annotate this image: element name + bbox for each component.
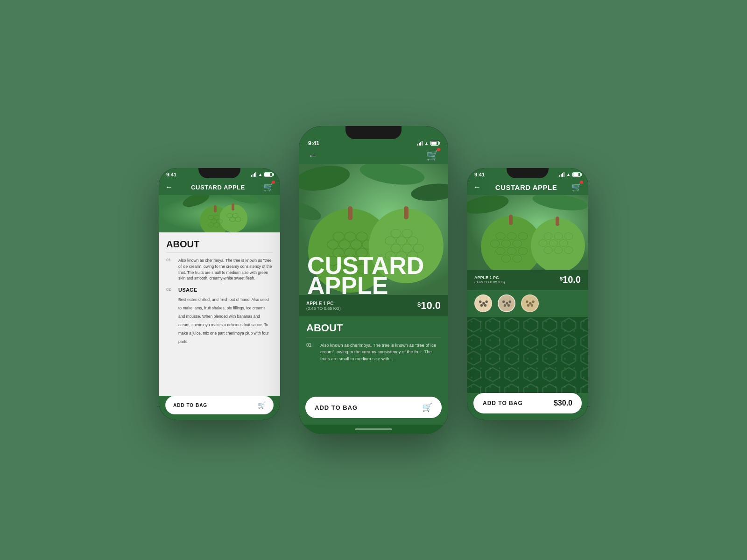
bag-icon-left: 🛒 [258, 401, 266, 409]
svg-point-86 [482, 302, 485, 304]
divider-left [166, 252, 273, 253]
svg-point-91 [502, 301, 505, 303]
svg-rect-72 [509, 215, 513, 225]
price-sublabel-right: (0.45 TO 0.65 KG) [474, 280, 505, 284]
item-text-2-left: Best eaten chilled, and fresh out of han… [178, 297, 269, 344]
svg-point-93 [508, 301, 511, 303]
price-label-center: APPLE 1 PC [306, 301, 341, 306]
svg-rect-54 [404, 206, 409, 219]
about-section-center: ABOUT 01 Also known as cherimoya. The tr… [299, 316, 448, 372]
fruit-image-center: CUSTARD APPLE [299, 164, 448, 295]
nav-bar-left: ← CUSTARD APPLE 🛒 [159, 179, 280, 195]
svg-point-89 [484, 304, 486, 307]
nav-title-left: CUSTARD APPLE [191, 184, 245, 191]
back-button-left[interactable]: ← [165, 183, 173, 191]
bag-icon-center: 🛒 [422, 402, 432, 413]
add-to-bag-center[interactable]: ADD TO BAG 🛒 [305, 397, 442, 418]
price-row-right: APPLE 1 PC (0.45 TO 0.65 KG) $10.0 [467, 270, 588, 290]
about-section-left: ABOUT 01 Also known as cherimoya. The tr… [159, 232, 280, 354]
cart-badge-left [272, 181, 275, 184]
price-label-right: APPLE 1 PC [474, 275, 505, 280]
about-title-left: ABOUT [166, 239, 273, 250]
home-indicator-center [299, 425, 448, 434]
back-button-center[interactable]: ← [308, 150, 317, 161]
about-item-1-center: 01 Also known as cherimoya. The tree is … [306, 342, 441, 362]
price-amount-right: $10.0 [560, 274, 581, 285]
item-text-1-left: Also known as cherimoya. The tree is kno… [178, 258, 273, 281]
cart-right[interactable]: 🛒 [571, 182, 582, 192]
add-to-bag-text-center: ADD TO BAG [315, 404, 358, 411]
nav-title-right: CUSTARD APPLE [495, 183, 557, 191]
status-icons-center: ▲ [417, 141, 439, 146]
notch-right [507, 168, 549, 178]
notch-left [198, 168, 240, 178]
price-sublabel-center: (0.45 TO 0.65 KG) [306, 306, 341, 311]
svg-rect-16 [232, 203, 234, 210]
svg-point-87 [485, 301, 487, 303]
wifi-left: ▲ [258, 172, 262, 177]
add-to-bag-text-left: ADD TO BAG [173, 403, 207, 408]
wifi-center: ▲ [424, 141, 429, 146]
add-to-bag-text-right: ADD TO BAG [483, 400, 523, 406]
back-button-right[interactable]: ← [473, 183, 481, 191]
item-num-2-left: 02 [166, 287, 175, 345]
cart-badge-center [437, 148, 440, 151]
cart-icon-right: 🛒 [571, 182, 582, 192]
time-left: 9:41 [166, 172, 176, 177]
time-center: 9:41 [308, 140, 319, 147]
svg-point-98 [529, 302, 531, 304]
svg-text:APPLE: APPLE [307, 272, 388, 295]
svg-point-101 [531, 304, 533, 307]
phone-right: 9:41 ▲ ← CUSTARD APPLE 🛒 [467, 168, 588, 420]
divider-center [306, 337, 441, 337]
price-amount-center: $10.0 [417, 300, 441, 312]
add-to-bag-left[interactable]: ADD TO BAG 🛒 [165, 396, 274, 414]
item-num-1-left: 01 [166, 258, 175, 281]
time-right: 9:41 [474, 172, 485, 177]
bg-pattern-right [467, 317, 588, 393]
battery-left [264, 172, 273, 177]
price-row-center: APPLE 1 PC (0.45 TO 0.65 KG) $10.0 [299, 295, 448, 316]
cart-center[interactable]: 🛒 [426, 149, 439, 161]
color-option-2[interactable] [498, 294, 515, 312]
about-item-2-left: 02 USAGE Best eaten chilled, and fresh o… [166, 287, 273, 345]
signal-left [251, 172, 256, 177]
signal-center [417, 141, 423, 146]
svg-point-85 [479, 301, 481, 303]
add-to-bag-price-right: $30.0 [554, 399, 572, 407]
svg-rect-15 [214, 205, 217, 212]
signal-right [559, 172, 564, 177]
status-icons-right: ▲ [559, 172, 581, 177]
svg-point-94 [504, 304, 506, 307]
cart-left[interactable]: 🛒 [263, 182, 274, 192]
svg-point-88 [480, 304, 483, 307]
svg-rect-83 [556, 217, 559, 226]
nav-bar-center: ← 🛒 [299, 148, 448, 164]
color-selectors-right [467, 290, 588, 317]
battery-right [572, 172, 581, 177]
svg-point-99 [532, 301, 534, 303]
wifi-right: ▲ [566, 172, 571, 177]
cart-icon-center: 🛒 [426, 149, 439, 161]
about-item-1-left: 01 Also known as cherimoya. The tree is … [166, 258, 273, 281]
svg-rect-103 [467, 317, 588, 393]
svg-point-100 [527, 304, 529, 307]
nav-bar-right: ← CUSTARD APPLE 🛒 [467, 179, 588, 195]
color-option-1[interactable] [474, 294, 492, 312]
svg-point-92 [506, 302, 508, 304]
home-bar-center [355, 428, 392, 430]
fruit-image-left [159, 195, 280, 232]
phone-center: 9:41 ▲ ← 🛒 [299, 126, 448, 434]
usage-subtitle: USAGE [178, 287, 273, 293]
item-num-1-center: 01 [306, 343, 316, 362]
cart-badge-right [580, 181, 583, 184]
cart-icon-left: 🛒 [263, 182, 274, 192]
item-text-1-center: Also known as cherimoya. The tree is kno… [320, 342, 441, 362]
color-option-3[interactable] [521, 294, 539, 312]
phone-left: 9:41 ▲ ← CUSTARD APPLE 🛒 [159, 168, 280, 420]
left-content: ABOUT 01 Also known as cherimoya. The tr… [159, 232, 280, 396]
svg-rect-39 [348, 206, 352, 220]
battery-center [430, 141, 439, 146]
svg-point-95 [507, 304, 510, 307]
add-to-bag-right[interactable]: ADD TO BAG $30.0 [473, 393, 582, 413]
